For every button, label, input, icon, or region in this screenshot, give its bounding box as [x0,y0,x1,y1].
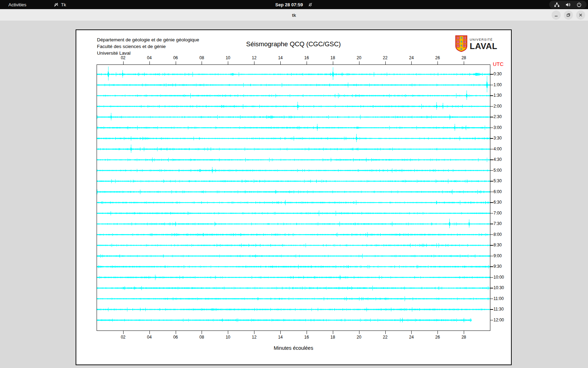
minimize-button[interactable] [552,11,561,20]
maximize-button[interactable] [564,11,573,20]
x-tick-bottom [385,331,386,334]
utc-row-tick [490,266,493,267]
x-tick-bottom [359,331,359,334]
utc-row-tick [490,117,493,117]
x-tick-top-label: 28 [461,55,466,60]
x-tick-bottom [176,331,176,334]
utc-row-label: 1:30 [493,93,502,98]
x-tick-top [202,61,202,64]
clock-button[interactable]: Sep 28 07:59 [275,0,313,9]
utc-row-label: 2:30 [493,114,502,119]
x-tick-top-label: 26 [435,55,440,60]
utc-row-tick [490,256,493,257]
x-tick-top-label: 18 [330,55,335,60]
x-tick-bottom-label: 06 [173,335,178,340]
utc-row-label: 8:30 [493,243,502,247]
x-tick-top [464,61,464,64]
utc-row-tick [490,149,493,150]
gnome-top-bar: Activities Tk Sep 28 07:59 [0,0,588,9]
utc-row-label: 4:30 [493,157,502,162]
x-tick-bottom [411,331,412,334]
x-tick-top [333,61,333,64]
utc-row-tick [490,159,493,160]
tk-app-icon [54,2,59,7]
volume-icon [565,2,571,7]
x-tick-bottom [307,331,307,334]
utc-row-label: 0:30 [493,71,502,76]
power-icon [576,2,582,7]
utc-row-tick [490,138,493,139]
x-tick-bottom-label: 28 [461,335,466,340]
window-titlebar[interactable]: tk [0,9,588,21]
utc-row-label: 11:30 [493,307,504,312]
utc-row-tick [490,299,493,299]
x-tick-top [176,61,176,64]
tk-app-menu[interactable]: Tk [54,2,66,7]
notifications-disabled-icon [308,2,313,7]
clock-text: Sep 28 07:59 [275,2,303,7]
system-tray[interactable] [549,1,587,8]
x-tick-bottom-label: 16 [304,335,309,340]
utc-row-tick [490,309,493,310]
x-tick-bottom-label: 02 [121,335,125,340]
seismogram-plot-frame [97,64,490,331]
utc-row-label: 10:30 [493,285,504,290]
x-tick-bottom [202,331,202,334]
utc-row-tick [490,224,493,224]
utc-row-tick [490,181,493,182]
x-tick-top-label: 20 [357,55,361,60]
activities-button[interactable]: Activities [0,0,33,9]
x-tick-bottom [149,331,150,334]
utc-row-label: 2:00 [493,104,502,109]
window-title: tk [292,12,296,18]
utc-row-tick [490,106,493,107]
utc-row-tick [490,245,493,246]
x-tick-bottom [280,331,281,334]
seismogram-canvas [97,65,490,330]
utc-row-label: 4:00 [493,146,502,151]
utc-row-tick [490,320,493,321]
logo-laval-text: LAVAL [470,42,497,50]
utc-row-tick [490,74,493,75]
utc-row-label: 5:30 [493,178,502,183]
universite-laval-logo: UNIVERSITÉ LAVAL [455,35,497,53]
x-tick-bottom-label: 12 [252,335,257,340]
x-tick-top-label: 22 [383,55,387,60]
close-button[interactable] [576,11,585,20]
network-icon [554,2,560,7]
utc-row-label: 12:00 [493,318,504,322]
laval-crest-icon [455,35,467,53]
utc-row-label: 8:00 [493,232,502,237]
logo-universite-text: UNIVERSITÉ [470,38,497,41]
x-tick-top [149,61,150,64]
x-tick-bottom-label: 08 [200,335,204,340]
utc-row-label: 1:00 [493,82,502,87]
utc-row-label: 9:00 [493,253,502,258]
utc-row-tick [490,128,493,128]
x-tick-top-label: 08 [200,55,204,60]
x-tick-top-label: 10 [226,55,230,60]
utc-row-label: 7:00 [493,211,502,216]
x-tick-bottom [438,331,438,334]
x-tick-top [438,61,438,64]
x-tick-top [385,61,386,64]
utc-row-tick [490,95,493,96]
x-tick-bottom-label: 04 [147,335,152,340]
seismograph-page: Département de géologie et de génie géol… [76,29,512,365]
x-tick-top [228,61,228,64]
x-tick-top [359,61,359,64]
utc-row-label: 5:00 [493,168,502,173]
tk-window-content: Département de géologie et de génie géol… [0,21,588,368]
x-tick-top [411,61,412,64]
x-tick-bottom [254,331,254,334]
tk-app-label: Tk [61,2,66,7]
x-axis-title: Minutes écoulées [97,345,490,351]
activities-label: Activities [8,2,26,7]
x-tick-top-label: 04 [147,55,152,60]
x-tick-bottom-label: 26 [435,335,440,340]
screen: Activities Tk Sep 28 07:59 [0,0,588,368]
x-tick-top [280,61,281,64]
utc-row-tick [490,192,493,192]
utc-row-label: 3:00 [493,125,502,130]
x-tick-top-label: 14 [278,55,282,60]
